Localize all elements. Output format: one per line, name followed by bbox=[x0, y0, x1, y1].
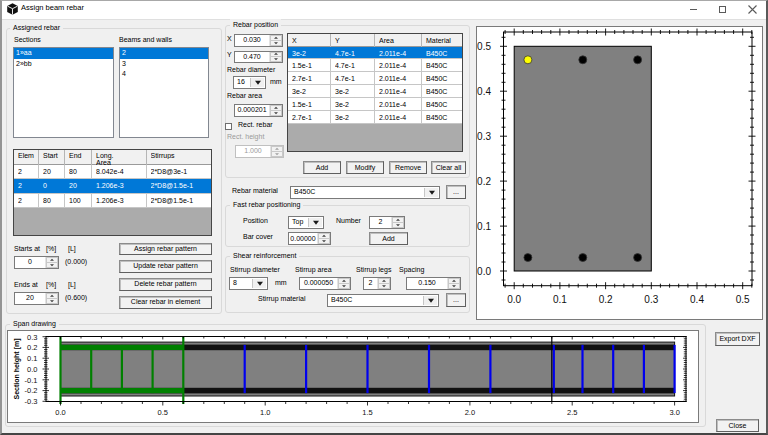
svg-text:0.1: 0.1 bbox=[553, 294, 567, 305]
svg-text:0.4: 0.4 bbox=[690, 294, 704, 305]
svg-text:2.5: 2.5 bbox=[567, 408, 577, 417]
svg-text:0.0: 0.0 bbox=[27, 365, 37, 374]
svg-text:0.2: 0.2 bbox=[27, 343, 37, 352]
svg-text:2.0: 2.0 bbox=[465, 408, 475, 417]
svg-text:0.3: 0.3 bbox=[27, 333, 37, 342]
svg-text:1.0: 1.0 bbox=[260, 408, 270, 417]
svg-text:0.5: 0.5 bbox=[477, 41, 491, 52]
svg-text:-0.1: -0.1 bbox=[25, 376, 38, 385]
svg-text:0.0: 0.0 bbox=[477, 266, 491, 277]
svg-text:0.3: 0.3 bbox=[477, 131, 491, 142]
svg-text:0.3: 0.3 bbox=[644, 294, 658, 305]
svg-text:-0.3: -0.3 bbox=[25, 397, 38, 406]
svg-text:0.1: 0.1 bbox=[477, 221, 491, 232]
svg-text:0.0: 0.0 bbox=[55, 408, 65, 417]
svg-text:0.5: 0.5 bbox=[736, 294, 750, 305]
svg-text:0.0: 0.0 bbox=[507, 294, 521, 305]
svg-text:3.0: 3.0 bbox=[669, 408, 679, 417]
svg-text:1.5: 1.5 bbox=[362, 408, 372, 417]
svg-text:0.4: 0.4 bbox=[477, 86, 491, 97]
svg-text:0.2: 0.2 bbox=[477, 176, 491, 187]
svg-text:0.5: 0.5 bbox=[158, 408, 168, 417]
svg-text:-0.2: -0.2 bbox=[25, 386, 38, 395]
svg-text:Section height [m]: Section height [m] bbox=[13, 338, 21, 399]
svg-text:0.1: 0.1 bbox=[27, 354, 37, 363]
svg-text:0.2: 0.2 bbox=[599, 294, 613, 305]
